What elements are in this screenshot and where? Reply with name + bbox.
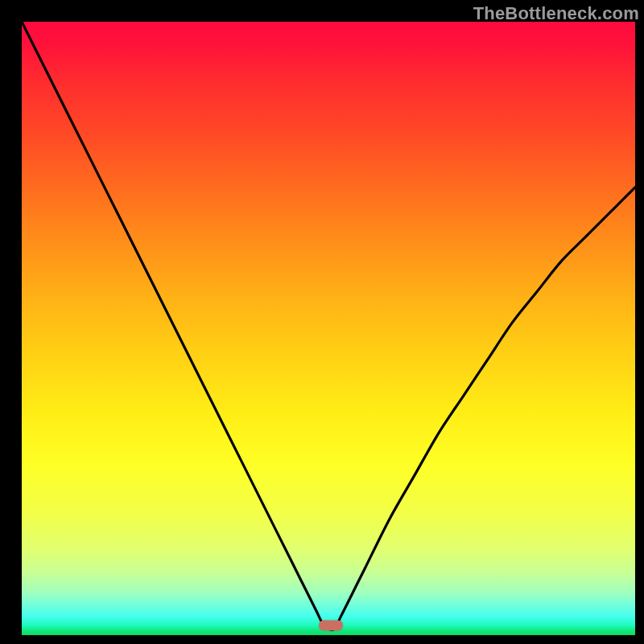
watermark-text: TheBottleneck.com	[473, 3, 639, 24]
plot-area	[22, 22, 635, 635]
optimal-point-marker	[319, 620, 343, 630]
chart-frame: TheBottleneck.com	[0, 0, 644, 644]
bottleneck-curve	[22, 22, 635, 635]
